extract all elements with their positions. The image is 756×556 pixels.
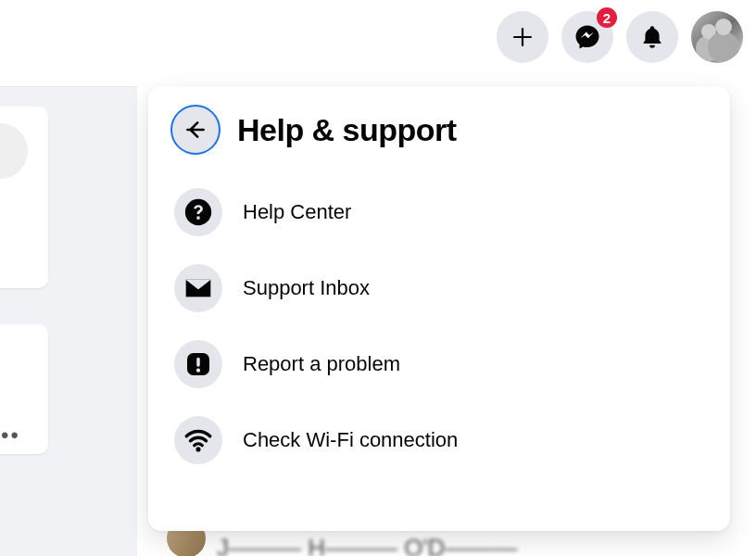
alert-icon <box>174 340 222 388</box>
menu-item-label: Report a problem <box>243 352 400 376</box>
menu-item-report-problem[interactable]: Report a problem <box>170 329 708 399</box>
menu-item-label: Check Wi-Fi connection <box>243 428 458 452</box>
plus-icon <box>510 25 535 49</box>
background-card <box>0 107 48 288</box>
help-support-menu: Help Center Support Inbox Report a probl… <box>170 177 708 475</box>
messenger-button[interactable]: 2 <box>561 11 613 63</box>
menu-item-support-inbox[interactable]: Support Inbox <box>170 253 708 323</box>
create-button[interactable] <box>497 11 548 63</box>
panel-header: Help & support <box>170 105 708 155</box>
background-text: J——— H——— O'D——— <box>217 534 517 556</box>
mail-icon <box>174 264 222 312</box>
svg-point-4 <box>195 447 200 451</box>
messenger-icon <box>573 23 601 51</box>
account-avatar[interactable] <box>691 11 743 63</box>
top-nav: 2 <box>0 0 756 74</box>
menu-item-help-center[interactable]: Help Center <box>170 177 708 247</box>
messenger-badge: 2 <box>597 7 617 28</box>
menu-item-label: Support Inbox <box>243 276 370 300</box>
back-button[interactable] <box>170 105 220 155</box>
menu-item-check-wifi[interactable]: Check Wi-Fi connection <box>170 405 708 475</box>
svg-point-3 <box>196 369 200 373</box>
arrow-left-icon <box>183 118 208 142</box>
bell-icon <box>639 24 665 50</box>
svg-rect-2 <box>196 358 199 367</box>
wifi-icon <box>174 416 222 464</box>
ellipsis-icon: •• <box>1 423 20 449</box>
menu-item-label: Help Center <box>243 200 351 224</box>
help-icon <box>174 188 222 236</box>
panel-title: Help & support <box>237 112 457 148</box>
help-support-panel: Help & support Help Center Support Inbox… <box>148 86 730 531</box>
notifications-button[interactable] <box>626 11 678 63</box>
